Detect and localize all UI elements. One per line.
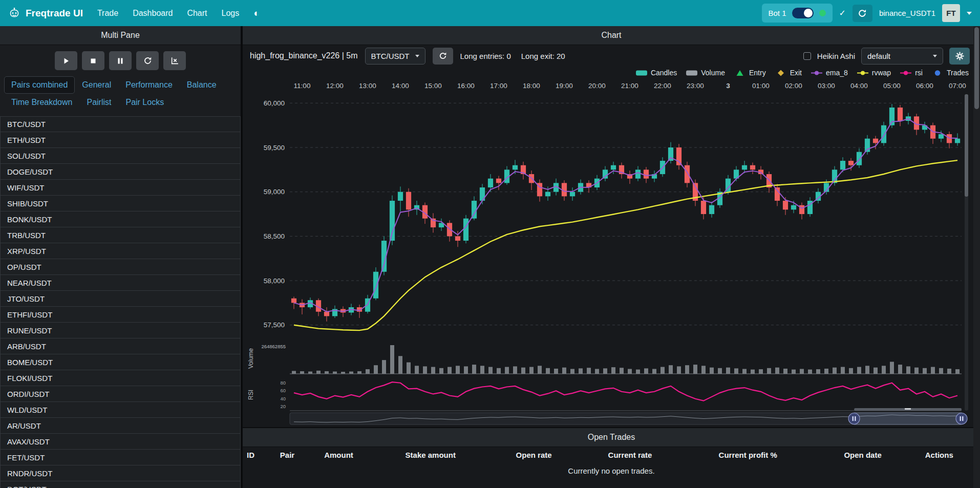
svg-text:16:00: 16:00 xyxy=(457,82,475,90)
pair-row[interactable]: SOL/USDT xyxy=(0,148,241,164)
bot-online-check-icon: ✓ xyxy=(839,8,846,18)
svg-text:07:00: 07:00 xyxy=(949,82,966,90)
price-chart[interactable]: 60,00059,50059,00058,50058,00057,50011:0… xyxy=(243,79,970,427)
svg-text:03:00: 03:00 xyxy=(818,82,835,90)
plot-config-select[interactable]: default xyxy=(861,48,943,65)
pair-row[interactable]: AR/USDT xyxy=(0,418,241,434)
tab-pair-locks[interactable]: Pair Locks xyxy=(118,94,171,111)
rsi-marker-icon xyxy=(900,70,912,76)
stop-bot-button[interactable] xyxy=(82,51,104,70)
strategy-label: high_frog_binance_v226 | 5m xyxy=(250,51,358,60)
bot-running-toggle[interactable] xyxy=(792,8,814,18)
navigator-handle-left[interactable] xyxy=(848,413,860,425)
pair-row[interactable]: WIF/USDT xyxy=(0,180,241,196)
pair-row[interactable]: FET/USDT xyxy=(0,450,241,465)
svg-text:21:00: 21:00 xyxy=(621,82,638,90)
pair-select-value: BTC/USDT xyxy=(371,52,410,60)
user-menu-caret-icon[interactable] xyxy=(967,12,972,15)
chart-column: Chart high_frog_binance_v226 | 5m BTC/US… xyxy=(243,26,980,488)
pair-row[interactable]: ARB/USDT xyxy=(0,338,241,354)
legend-label: ema_8 xyxy=(826,69,848,77)
pair-select[interactable]: BTC/USDT xyxy=(365,48,425,65)
navigator-handle-right[interactable] xyxy=(956,413,967,425)
pair-row[interactable]: FLOKI/USDT xyxy=(0,370,241,386)
nav-link-trade[interactable]: Trade xyxy=(97,9,118,18)
user-avatar[interactable]: FT xyxy=(942,4,960,22)
legend-item-volume[interactable]: Volume xyxy=(686,69,725,77)
bot-selector[interactable]: Bot 1 xyxy=(762,4,833,23)
column-open-date: Open date xyxy=(840,447,921,463)
heikin-ashi-checkbox[interactable] xyxy=(803,52,811,60)
chart-area[interactable]: 60,00059,50059,00058,50058,00057,50011:0… xyxy=(243,79,980,427)
nav-link-dashboard[interactable]: Dashboard xyxy=(133,9,173,18)
reload-bot-button[interactable] xyxy=(853,5,872,22)
legend-item-rvwap[interactable]: rvwap xyxy=(857,69,891,77)
multi-pane-header: Multi Pane xyxy=(0,26,241,45)
plot-settings-button[interactable] xyxy=(949,48,970,65)
svg-text:05:00: 05:00 xyxy=(883,82,901,90)
nav-link-chart[interactable]: Chart xyxy=(187,9,207,18)
theme-toggle-icon[interactable]: ◐ xyxy=(253,8,259,19)
refresh-chart-button[interactable] xyxy=(433,48,453,65)
pair-row[interactable]: TRB/USDT xyxy=(0,227,241,243)
ema_8-marker-icon xyxy=(811,70,823,76)
pair-row[interactable]: NEAR/USDT xyxy=(0,275,241,291)
svg-text:18:00: 18:00 xyxy=(523,82,540,90)
legend-item-exit[interactable]: Exit xyxy=(775,69,802,77)
rvwap-line xyxy=(294,160,957,330)
column-actions: Actions xyxy=(921,447,980,463)
open-trades-panel: Open Trades IDPairAmountStake amountOpen… xyxy=(243,427,980,488)
brand: Freqtrade UI xyxy=(8,7,83,19)
tab-pairlist[interactable]: Pairlist xyxy=(79,94,118,111)
pair-row[interactable]: DOT/USDT xyxy=(0,481,241,488)
legend-label: Exit xyxy=(790,69,802,77)
chart-scrollbar-thumb[interactable] xyxy=(965,94,968,197)
pair-row[interactable]: BONK/USDT xyxy=(0,211,241,227)
nav-link-logs[interactable]: Logs xyxy=(222,9,240,18)
entry-marker-icon xyxy=(734,70,746,76)
pair-row[interactable]: XRP/USDT xyxy=(0,243,241,259)
pair-row[interactable]: JTO/USDT xyxy=(0,291,241,307)
pair-row[interactable]: BOME/USDT xyxy=(0,354,241,370)
pair-row[interactable]: SHIB/USDT xyxy=(0,196,241,211)
candles-marker-icon xyxy=(635,70,648,76)
pair-row[interactable]: ETH/USDT xyxy=(0,132,241,148)
svg-text:11:00: 11:00 xyxy=(294,82,311,90)
pair-row[interactable]: RNDR/USDT xyxy=(0,465,241,481)
pair-row[interactable]: BTC/USDT xyxy=(0,116,241,132)
svg-text:19:00: 19:00 xyxy=(556,82,573,90)
legend-item-trades[interactable]: Trades xyxy=(931,69,969,77)
tab-pairs-combined[interactable]: Pairs combined xyxy=(4,76,75,94)
svg-text:80: 80 xyxy=(280,380,286,386)
tab-balance[interactable]: Balance xyxy=(180,76,224,94)
legend-item-entry[interactable]: Entry xyxy=(734,69,766,77)
svg-text:40: 40 xyxy=(280,396,286,401)
legend-item-rsi[interactable]: rsi xyxy=(900,69,923,77)
signal-counts: Long entries: 0 Long exit: 20 xyxy=(460,52,565,60)
legend-item-candles[interactable]: Candles xyxy=(635,69,677,77)
column-pair: Pair xyxy=(276,447,320,463)
pair-row[interactable]: DOGE/USDT xyxy=(0,164,241,180)
reload-config-button[interactable] xyxy=(136,51,159,70)
long-entries-count: Long entries: 0 xyxy=(460,52,511,60)
pair-row[interactable]: OP/USDT xyxy=(0,259,241,275)
pair-row[interactable]: AVAX/USDT xyxy=(0,434,241,450)
pause-bot-button[interactable] xyxy=(109,51,132,70)
pair-row[interactable]: ORDI/USDT xyxy=(0,386,241,402)
window-scrollbar[interactable] xyxy=(973,26,980,488)
tab-performance[interactable]: Performance xyxy=(118,76,180,94)
tab-time-breakdown[interactable]: Time Breakdown xyxy=(4,94,79,111)
column-open-rate: Open rate xyxy=(512,447,604,463)
legend-label: rsi xyxy=(915,69,923,77)
window-scrollbar-thumb[interactable] xyxy=(974,27,979,109)
pair-row[interactable]: WLD/USDT xyxy=(0,402,241,418)
legend-item-ema_8[interactable]: ema_8 xyxy=(811,69,848,77)
svg-text:59,000: 59,000 xyxy=(264,188,285,196)
forceexit-button[interactable] xyxy=(163,51,186,70)
chart-legend: CandlesVolumeEntryExitema_8rvwaprsiTrade… xyxy=(243,67,980,79)
pair-row[interactable]: ETHFI/USDT xyxy=(0,307,241,323)
svg-text:22:00: 22:00 xyxy=(654,82,671,90)
tab-general[interactable]: General xyxy=(75,76,118,94)
pair-row[interactable]: RUNE/USDT xyxy=(0,323,241,338)
start-bot-button[interactable] xyxy=(55,51,77,70)
